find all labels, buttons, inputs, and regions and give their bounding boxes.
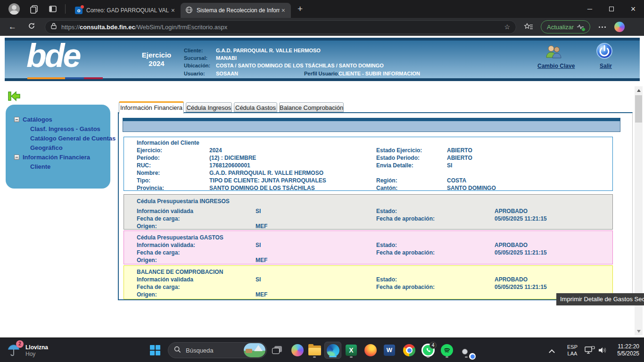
- panel-row: Origen:MEF: [124, 223, 612, 230]
- word-icon[interactable]: W: [381, 342, 398, 359]
- volume-icon[interactable]: [598, 346, 607, 356]
- perfil-usuario-label: Perfil Usuario:: [304, 71, 339, 76]
- panel-row: Información validada:SIEstado:APROBADO: [124, 242, 612, 249]
- date: 5/5/2025: [617, 350, 639, 357]
- sidebar-item-cliente[interactable]: Cliente: [30, 163, 50, 171]
- tab-close-icon[interactable]: ×: [169, 7, 177, 14]
- network-icon[interactable]: [585, 346, 595, 356]
- task-view-button[interactable]: [269, 342, 286, 359]
- logout-power-icon[interactable]: [596, 42, 613, 61]
- panel-row: Información validadaSIEstado:APROBADO: [124, 276, 612, 283]
- salir-link[interactable]: Salir: [600, 63, 612, 69]
- collapse-node-icon[interactable]: [14, 117, 19, 122]
- panel-balance-comprobacion: BALANCE DE COMPROBACION Información vali…: [124, 265, 613, 299]
- favorite-star-icon[interactable]: ☆: [504, 23, 510, 31]
- copilot-icon[interactable]: [614, 22, 625, 32]
- panel-row: Origen:MEF: [124, 291, 612, 298]
- panel-row: Nombre:G.A.D. PARROQUIAL R. VALLE HERMOS…: [124, 170, 612, 177]
- chrome-icon[interactable]: [401, 342, 418, 359]
- panel-cedula-gastos: Cédula Presupuestaria GASTOS Información…: [124, 230, 613, 264]
- actualizar-label: Actualizar: [547, 24, 574, 31]
- address-bar[interactable]: https://consulta.bde.fin.ec/WebSim/Login…: [45, 20, 516, 34]
- browser-tab-sistema[interactable]: Sistema de Recoleccion de Inform ×: [181, 3, 291, 18]
- time: 11:22:20: [617, 343, 639, 350]
- tray-expand-chevron-icon[interactable]: [549, 349, 555, 355]
- close-button[interactable]: ×: [622, 0, 644, 18]
- whatsapp-badge: 4: [429, 342, 437, 349]
- maximize-button[interactable]: [601, 0, 622, 18]
- logo-underline: [27, 77, 103, 79]
- file-explorer-icon[interactable]: [306, 342, 323, 359]
- content-container: Información del Cliente Ejercicio:2024Es…: [118, 112, 633, 300]
- taskbar: 2 Llovizna Hoy Búsqueda X W: [0, 337, 644, 362]
- url-text: https://consulta.bde.fin.ec/WebSim/Login…: [61, 24, 227, 31]
- copilot-taskbar-icon[interactable]: [289, 342, 306, 359]
- language-indicator[interactable]: ESP LAA: [564, 344, 581, 357]
- scrollbar-thumb[interactable]: [635, 95, 642, 123]
- chrome-profile-icon[interactable]: [458, 342, 475, 359]
- tab-cedula-gastos[interactable]: Cédula Gastos: [234, 102, 277, 112]
- more-menu-icon[interactable]: [599, 26, 606, 28]
- excel-icon[interactable]: X: [343, 342, 360, 359]
- perfil-usuario-value: CLIENTE - SUBIR INFORMACION: [339, 71, 420, 76]
- section-header-bar: [123, 118, 620, 132]
- browser-profile-avatar[interactable]: [8, 3, 20, 15]
- cambio-clave-link[interactable]: Cambio Clave: [537, 63, 575, 69]
- firefox-icon[interactable]: [362, 342, 379, 359]
- web-page: bde Ejercicio 2024 Cliente:G.A.D. PARROQ…: [0, 36, 644, 337]
- scroll-down-arrow[interactable]: [635, 327, 643, 335]
- collapse-menu-arrow-icon[interactable]: [8, 90, 21, 104]
- back-button[interactable]: ←: [8, 22, 17, 32]
- weather-widget[interactable]: 2 Llovizna Hoy: [4, 342, 70, 360]
- whatsapp-icon[interactable]: 4: [420, 342, 437, 359]
- actualizar-button[interactable]: Actualizar: [541, 20, 590, 33]
- edge-icon[interactable]: [324, 342, 341, 359]
- tab-balance-comprobacion[interactable]: Balance Comprobación: [279, 102, 344, 112]
- tab-close-icon[interactable]: ×: [280, 7, 287, 14]
- bde-header-banner: bde Ejercicio 2024 Cliente:G.A.D. PARROQ…: [5, 38, 640, 81]
- health-pulse-icon: [577, 24, 584, 30]
- field-ubicacion: Ubicación:COSTA / SANTO DOMINGO DE LOS T…: [184, 63, 210, 68]
- spotify-icon[interactable]: [438, 342, 455, 359]
- start-button[interactable]: [150, 345, 161, 356]
- field-usuario: Usuario:SOSAAN: [184, 71, 205, 76]
- tab-title: Sistema de Recoleccion de Inform: [197, 7, 280, 14]
- panel-cedula-ingresos: Cédula Presupuestaria INGRESOS Informaci…: [124, 194, 613, 230]
- globe-icon: [185, 6, 193, 15]
- lock-icon[interactable]: [51, 23, 57, 31]
- search-icon: [174, 346, 181, 355]
- scroll-up-arrow[interactable]: [635, 86, 643, 94]
- refresh-button[interactable]: [28, 22, 35, 32]
- weather-alert-badge: 2: [16, 340, 24, 348]
- browser-titlebar: o Correo: GAD PARROQUIAL VALLE × Sistema…: [0, 0, 644, 18]
- panel-title: Información del Cliente: [137, 140, 199, 146]
- sidebar-menu: Catálogos Clasf. Ingresos - Gastos Catál…: [6, 105, 110, 189]
- titlebar-separator: [65, 4, 66, 14]
- maximize-icon: [609, 7, 614, 11]
- sidebar-item-clasf-ingresos-gastos[interactable]: Clasf. Ingresos - Gastos: [30, 125, 100, 133]
- panel-row: Información validadaSIEstado:APROBADO: [124, 208, 612, 215]
- search-highlight-image: [244, 343, 265, 357]
- bde-logo: bde: [26, 37, 79, 74]
- panel-informacion-cliente: Información del Cliente Ejercicio:2024Es…: [124, 137, 613, 191]
- sidebar-item-geografico[interactable]: Geográfico: [30, 144, 63, 152]
- minimize-button[interactable]: ─: [579, 0, 601, 18]
- tab-cedula-ingresos[interactable]: Cédula Ingresos: [186, 102, 232, 112]
- favorites-bar-icon[interactable]: [524, 23, 533, 31]
- weather-text: Llovizna Hoy: [25, 344, 48, 357]
- tab-informacion-financiera[interactable]: Información Financiera: [119, 101, 184, 114]
- new-tab-button[interactable]: +: [297, 4, 303, 14]
- panel-row: RUC:1768120600001Envia Detalle:SI: [124, 162, 612, 169]
- change-password-icon[interactable]: [545, 44, 562, 61]
- taskbar-clock[interactable]: 11:22:20 5/5/2025: [617, 343, 639, 357]
- field-sucursal: Sucursal:MANABI: [184, 55, 207, 61]
- sidebar-item-catalogo-general-cuentas[interactable]: Catálogo General de Cuentas: [30, 135, 116, 142]
- panel-row: Tipo:TIPO DE CLIENTE: JUNTA PARROQUIALES…: [124, 177, 612, 184]
- tab-actions-icon[interactable]: [48, 4, 58, 14]
- panel-title: Cédula Presupuestaria GASTOS: [137, 234, 223, 241]
- workspaces-icon[interactable]: [29, 4, 39, 14]
- collapse-node-icon[interactable]: [14, 155, 19, 160]
- browser-tab-mail[interactable]: o Correo: GAD PARROQUIAL VALLE ×: [70, 3, 181, 18]
- panel-row: Fecha de carga:Fecha de aprobación:05/05…: [124, 284, 612, 291]
- taskbar-search[interactable]: Búsqueda: [168, 342, 267, 358]
